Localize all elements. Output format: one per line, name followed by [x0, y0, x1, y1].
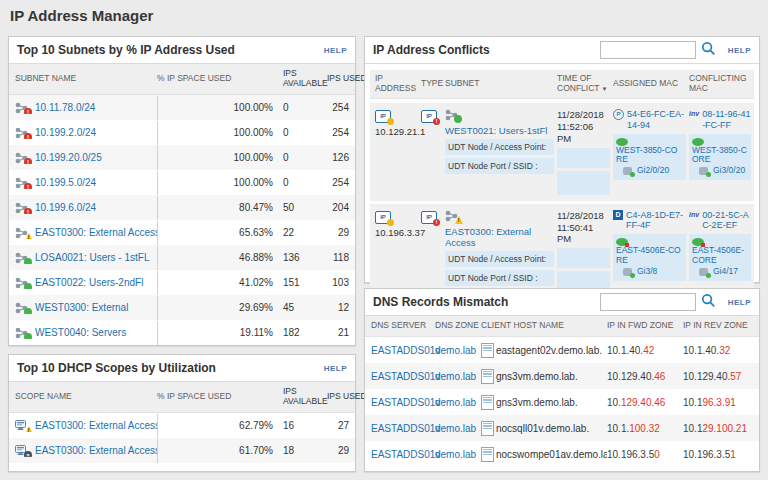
dhcp-help-link[interactable]: HELP — [324, 364, 347, 373]
subnet-link[interactable]: 10.199.2.0/24 — [35, 127, 96, 138]
interface-link[interactable]: Gi4/17 — [713, 267, 738, 277]
col-ips-used: IPS USED — [327, 74, 367, 84]
subnet-link[interactable]: EAST0300: External Access — [35, 227, 157, 238]
ip-in-fwd-zone: 10.1.100.32 — [607, 423, 683, 434]
ips-available: 45 — [279, 302, 327, 313]
subnet-link[interactable]: EAST0022: Users-2ndFl — [35, 277, 143, 288]
mac-address-link[interactable]: 08-11-96-41-FC-FF — [702, 109, 751, 131]
subnet-link[interactable]: 10.199.20.0/25 — [35, 152, 102, 163]
critical-status-icon: ! — [24, 183, 32, 189]
sort-desc-icon: ▼ — [602, 86, 608, 92]
dns-search-input[interactable] — [600, 293, 696, 311]
dns-zone-link[interactable]: demo.lab — [435, 371, 476, 382]
dns-zone-link[interactable]: demo.lab — [435, 449, 476, 460]
interface-link[interactable]: Gi2/0/20 — [637, 166, 669, 176]
dns-server-link[interactable]: EASTADDS01v — [371, 371, 440, 382]
table-row: !10.199.2.0/24100.00%0254 — [9, 120, 355, 145]
mac-address-link[interactable]: 54-E6-FC-EA-14-94 — [627, 109, 686, 131]
subnet-link[interactable]: WEST0300: External — [35, 302, 128, 313]
usage-bar — [157, 122, 233, 144]
ips-available: 16 — [279, 420, 327, 431]
ip-conflict-type-icon: IP! — [421, 211, 437, 224]
interface-link[interactable]: Gi3/8 — [637, 267, 657, 277]
subnet-link[interactable]: LOSA0021: Users - 1stFL — [35, 252, 150, 263]
node-status-icon — [692, 138, 704, 146]
usage-percent: 62.79% — [233, 420, 279, 431]
ip-in-fwd-zone: 10.129.40.46 — [607, 371, 683, 382]
dns-zone-link[interactable]: demo.lab — [435, 397, 476, 408]
interface-icon — [623, 167, 632, 175]
assigned-mac-cell: P54-E6-FC-EA-14-94WEST-3850-COREGi2/0/20 — [613, 109, 689, 180]
node-link[interactable]: WEST-3850-CORE — [692, 146, 748, 166]
dns-server-link[interactable]: EASTADDS01v — [371, 449, 440, 460]
dns-server-link[interactable]: EASTADDS01v — [371, 345, 440, 356]
ips-available: 50 — [279, 202, 327, 213]
col-ip-space-used: % IP SPACE USED — [157, 392, 279, 402]
conflict-ip-cell: IP10.129.21.1 — [375, 109, 421, 137]
conflicts-search-input[interactable] — [600, 41, 696, 59]
conflict-alert-dot: ! — [433, 118, 440, 125]
mac-address-link[interactable]: C4-A8-1D-E7-FF-4F — [626, 210, 686, 232]
conflict-subnet-cell: !EAST0300: External AccessUDT Node / Acc… — [445, 210, 557, 287]
conflicting-mac-cell: inv00-21-5C-AC-2E-EFEAST-4506E-COREGi4/1… — [689, 210, 754, 281]
dns-row: EASTADDS01vdemo.labgns3vm.demo.lab.10.12… — [365, 389, 759, 415]
col-dns-zone: DNS ZONE — [435, 321, 481, 331]
usage-bar — [157, 415, 233, 437]
vendor-inv-icon: inv — [689, 109, 699, 119]
subnet-link[interactable]: 10.199.5.0/24 — [35, 177, 96, 188]
node-link[interactable]: EAST-4506E-CORE — [616, 246, 683, 266]
dhcp-scope-link[interactable]: EAST0300: External Access — [35, 445, 157, 456]
dhcp-scope-link[interactable]: EAST0300: External Access — [35, 420, 157, 431]
dns-zone-link[interactable]: demo.lab — [435, 423, 476, 434]
dns-server-link[interactable]: EASTADDS01v — [371, 423, 440, 434]
ips-used: 29 — [327, 227, 349, 238]
ips-used: 29 — [327, 445, 349, 456]
mac-address-link[interactable]: 00-21-5C-AC-2E-EF — [702, 210, 751, 232]
dns-help-link[interactable]: HELP — [728, 298, 751, 307]
dns-zone-link[interactable]: demo.lab — [435, 345, 476, 356]
dns-server-link[interactable]: EASTADDS01v — [371, 397, 440, 408]
conflicts-panel: IP Address Conflicts HELP IP ADDRESS TYP… — [364, 36, 760, 283]
usage-bar — [157, 172, 233, 194]
table-row: ×EAST0300: External Access61.70%1829 — [9, 438, 355, 463]
ip-in-fwd-zone: 10.129.40.46 — [607, 397, 683, 408]
node-status-icon — [616, 138, 628, 146]
node-link[interactable]: EAST-4506E-CORE — [692, 246, 748, 266]
conflict-subnet-cell: WEST0021: Users-1stFlUDT Node / Access P… — [445, 109, 557, 174]
subnet-link[interactable]: 10.199.6.0/24 — [35, 202, 96, 213]
vendor-hp-icon: P — [613, 109, 624, 120]
usage-bar — [157, 322, 233, 344]
search-icon[interactable] — [701, 41, 716, 60]
critical-status-icon: ! — [24, 133, 32, 139]
col-ip-in-fwd-zone: IP IN FWD ZONE — [607, 321, 683, 331]
subnet-link[interactable]: 10.11.78.0/24 — [35, 102, 95, 113]
critical-status-icon: ! — [24, 208, 32, 214]
usage-percent: 19.11% — [233, 327, 279, 338]
col-ip-space-used: % IP SPACE USED — [157, 74, 279, 84]
node-link[interactable]: WEST-3850-CORE — [616, 146, 683, 166]
subnets-panel-title: Top 10 Subnets by % IP Address Used — [17, 43, 235, 57]
usage-bar — [157, 272, 233, 294]
conflict-type-cell: IP! — [421, 109, 445, 123]
interface-icon — [699, 167, 708, 175]
interface-icon — [699, 268, 708, 276]
subnets-help-link[interactable]: HELP — [324, 46, 347, 55]
conflicts-help-link[interactable]: HELP — [728, 46, 751, 55]
critical-status-icon: ! — [24, 108, 32, 114]
col-time-of-conflict[interactable]: TIME OF CONFLICT▼ — [557, 74, 613, 94]
ips-used: 27 — [327, 420, 349, 431]
ips-available: 0 — [279, 177, 327, 188]
host-record-icon — [481, 421, 494, 436]
conflict-ip-cell: IP10.196.3.37 — [375, 210, 421, 238]
search-icon[interactable] — [701, 293, 716, 312]
dhcp-scope-icon: × — [15, 445, 30, 457]
subnet-link[interactable]: WEST0040: Servers — [35, 327, 126, 338]
subnet-link[interactable]: EAST0300: External Access — [445, 226, 554, 249]
ip-address-icon: IP — [375, 211, 391, 224]
subnet-icon: ! — [445, 210, 460, 222]
client-host-name: nocswompe01av.demo.lab. — [481, 447, 607, 462]
usage-percent: 46.88% — [233, 252, 279, 263]
page-title: IP Address Manager — [10, 7, 153, 24]
interface-link[interactable]: Gi3/0/20 — [713, 166, 745, 176]
subnet-link[interactable]: WEST0021: Users-1stFl — [445, 125, 554, 136]
